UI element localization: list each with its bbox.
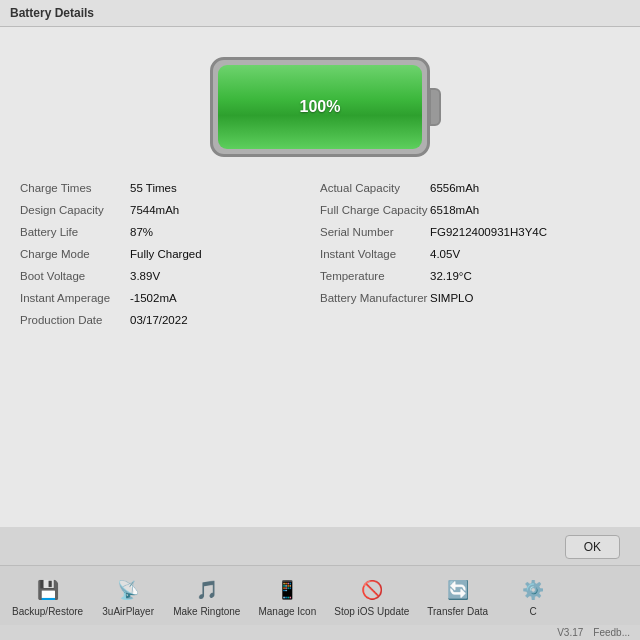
info-value: Fully Charged	[130, 248, 202, 260]
toolbar-item[interactable]: 💾 Backup/Restore	[4, 572, 91, 621]
toolbar-icon: ⚙️	[519, 576, 547, 604]
info-row: Instant Voltage 4.05V	[320, 243, 620, 265]
ok-row: OK	[0, 527, 640, 565]
info-label: Full Charge Capacity	[320, 204, 430, 216]
info-column-right: Actual Capacity 6556mAh Full Charge Capa…	[320, 177, 620, 527]
info-value: FG9212400931H3Y4C	[430, 226, 547, 238]
info-row: Temperature 32.19°C	[320, 265, 620, 287]
window-title: Battery Details	[10, 6, 94, 20]
info-row: Charge Times 55 Times	[20, 177, 320, 199]
info-row	[320, 309, 620, 319]
info-label: Temperature	[320, 270, 430, 282]
info-row: Instant Amperage -1502mA	[20, 287, 320, 309]
info-value: 03/17/2022	[130, 314, 188, 326]
toolbar-label: Backup/Restore	[12, 606, 83, 617]
info-row: Design Capacity 7544mAh	[20, 199, 320, 221]
info-value: 6518mAh	[430, 204, 479, 216]
info-label: Serial Number	[320, 226, 430, 238]
toolbar-icon: 📱	[273, 576, 301, 604]
info-row: Battery Manufacturer SIMPLO	[320, 287, 620, 309]
info-row: Serial Number FG9212400931H3Y4C	[320, 221, 620, 243]
info-grid: Charge Times 55 Times Design Capacity 75…	[20, 177, 620, 527]
toolbar-icon: 💾	[34, 576, 62, 604]
toolbar-label: Make Ringtone	[173, 606, 240, 617]
toolbar-icon: 🔄	[444, 576, 472, 604]
toolbar-label: C	[529, 606, 536, 617]
content-area: 100% Charge Times 55 Times Design Capaci…	[0, 27, 640, 527]
info-label: Instant Amperage	[20, 292, 130, 304]
battery-terminal	[429, 88, 441, 126]
battery-percent: 100%	[300, 98, 341, 116]
info-label: Boot Voltage	[20, 270, 130, 282]
info-value: 7544mAh	[130, 204, 179, 216]
info-label: Production Date	[20, 314, 130, 326]
title-bar: Battery Details	[0, 0, 640, 27]
toolbar: 💾 Backup/Restore 📡 3uAirPlayer 🎵 Make Ri…	[0, 565, 640, 625]
toolbar-item[interactable]: 📱 Manage Icon	[250, 572, 324, 621]
battery-outer: 100%	[210, 57, 430, 157]
info-value: -1502mA	[130, 292, 177, 304]
toolbar-icon: 📡	[114, 576, 142, 604]
version-row: V3.17 Feedb...	[0, 625, 640, 640]
info-row: Battery Life 87%	[20, 221, 320, 243]
info-row: Production Date 03/17/2022	[20, 309, 320, 331]
info-label: Battery Life	[20, 226, 130, 238]
info-column-left: Charge Times 55 Times Design Capacity 75…	[20, 177, 320, 527]
info-value: 87%	[130, 226, 153, 238]
info-row: Full Charge Capacity 6518mAh	[320, 199, 620, 221]
feedback-label: Feedb...	[593, 627, 630, 638]
info-row: Actual Capacity 6556mAh	[320, 177, 620, 199]
info-value: SIMPLO	[430, 292, 473, 304]
toolbar-item[interactable]: 🚫 Stop iOS Update	[326, 572, 417, 621]
toolbar-item[interactable]: 🎵 Make Ringtone	[165, 572, 248, 621]
info-row: Boot Voltage 3.89V	[20, 265, 320, 287]
version-label: V3.17	[557, 627, 583, 638]
info-value: 6556mAh	[430, 182, 479, 194]
info-row: Charge Mode Fully Charged	[20, 243, 320, 265]
info-label: Battery Manufacturer	[320, 292, 430, 304]
info-label: Instant Voltage	[320, 248, 430, 260]
toolbar-label: 3uAirPlayer	[102, 606, 154, 617]
battery-details-window: Battery Details 100% Charge Times 55 Tim…	[0, 0, 640, 640]
info-value: 55 Times	[130, 182, 177, 194]
info-label: Design Capacity	[20, 204, 130, 216]
info-value: 4.05V	[430, 248, 460, 260]
toolbar-item[interactable]: 🔄 Transfer Data	[419, 572, 496, 621]
toolbar-item[interactable]: 📡 3uAirPlayer	[93, 572, 163, 621]
info-label: Charge Mode	[20, 248, 130, 260]
ok-button[interactable]: OK	[565, 535, 620, 559]
battery-container: 100%	[20, 37, 620, 177]
info-label: Charge Times	[20, 182, 130, 194]
toolbar-label: Stop iOS Update	[334, 606, 409, 617]
toolbar-icon: 🎵	[193, 576, 221, 604]
battery-fill: 100%	[218, 65, 422, 149]
info-value: 32.19°C	[430, 270, 472, 282]
toolbar-label: Manage Icon	[258, 606, 316, 617]
toolbar-label: Transfer Data	[427, 606, 488, 617]
toolbar-icon: 🚫	[358, 576, 386, 604]
info-label: Actual Capacity	[320, 182, 430, 194]
toolbar-item[interactable]: ⚙️ C	[498, 572, 568, 621]
info-value: 3.89V	[130, 270, 160, 282]
